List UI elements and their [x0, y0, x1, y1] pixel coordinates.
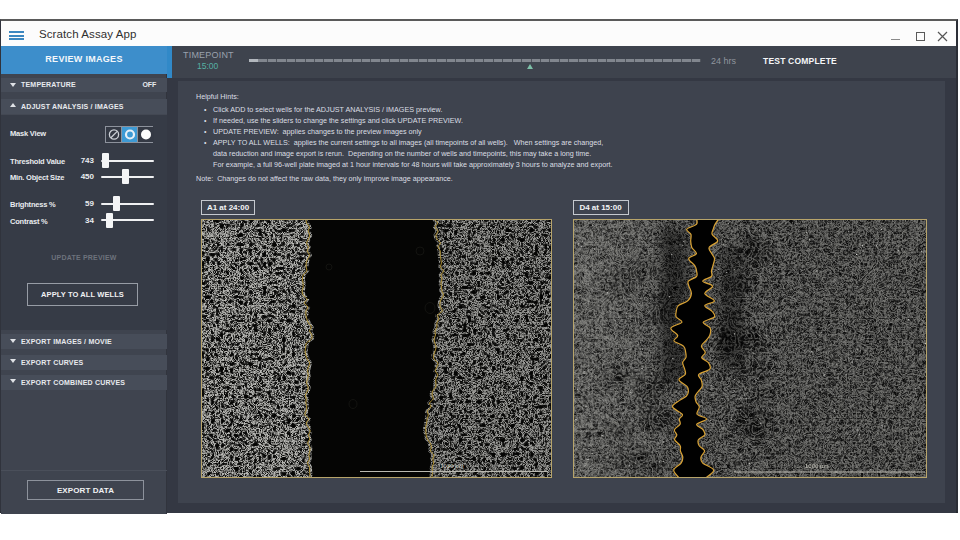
svg-text:1000 µm: 1000 µm — [805, 463, 828, 469]
svg-text:1000 µm: 1000 µm — [440, 463, 463, 469]
